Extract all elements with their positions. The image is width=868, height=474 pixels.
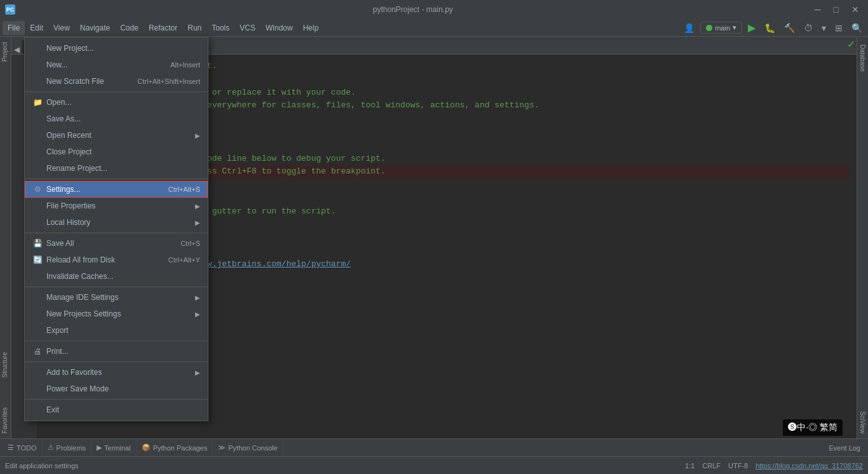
- menu-help[interactable]: Help: [298, 21, 324, 35]
- app-icon: PC: [5, 4, 15, 15]
- invalidate-icon: [32, 271, 43, 281]
- menu-settings[interactable]: ⚙ Settings... Ctrl+Alt+S: [25, 181, 208, 198]
- manage-arrow: ▶: [195, 294, 200, 301]
- menu-export[interactable]: Export: [25, 322, 208, 339]
- profile-button[interactable]: 👤: [681, 22, 698, 34]
- sciview-panel-label[interactable]: SciView: [858, 406, 867, 438]
- recent-icon: [32, 130, 43, 140]
- menu-close-project[interactable]: Close Project: [25, 144, 208, 160]
- sep-1: [25, 91, 208, 92]
- terminal-icon: ▶: [97, 444, 102, 452]
- status-bar-right: 1:1 CRLF UTF-8 https://blog.csdn.net/qq_…: [685, 462, 863, 470]
- menu-window[interactable]: Window: [261, 21, 298, 35]
- exit-icon: [32, 405, 43, 415]
- menu-open[interactable]: 📁 Open...: [25, 94, 208, 111]
- tab-terminal[interactable]: ▶ Terminal: [92, 439, 137, 456]
- close-project-icon: [32, 147, 43, 157]
- menu-refactor[interactable]: Refactor: [144, 21, 182, 35]
- menu-navigate[interactable]: Navigate: [75, 21, 115, 35]
- menu-invalidate[interactable]: Invalidate Caches...: [25, 268, 208, 285]
- menu-reload[interactable]: 🔄 Reload All from Disk Ctrl+Alt+Y: [25, 252, 208, 268]
- menu-power-save[interactable]: Power Save Mode: [25, 381, 208, 397]
- menu-print[interactable]: 🖨 Print...: [25, 343, 208, 360]
- coverage-button[interactable]: ⏱: [801, 22, 816, 34]
- menu-add-favorites[interactable]: Add to Favorites ▶: [25, 364, 208, 381]
- profiler-button[interactable]: ▾: [818, 22, 829, 34]
- todo-label: TODO: [17, 444, 37, 452]
- run-config-button[interactable]: main ▾: [700, 22, 742, 34]
- menu-rename-project[interactable]: Rename Project...: [25, 160, 208, 177]
- manage-icon: [32, 292, 43, 302]
- window-controls: ─ □ ✕: [811, 3, 863, 16]
- favorites-panel-label[interactable]: Favorites: [0, 402, 11, 438]
- tab-problems[interactable]: ⚠ Problems: [43, 439, 92, 456]
- status-left-text[interactable]: Edit application settings: [5, 462, 79, 470]
- save-all-icon: 💾: [32, 238, 43, 248]
- window-title: pythonProject - main.py: [373, 5, 453, 14]
- tab-todo[interactable]: ☰ TODO: [3, 439, 43, 456]
- search-button[interactable]: 🔍: [848, 22, 865, 34]
- new-icon: [32, 60, 43, 70]
- menu-new-project[interactable]: New Project...: [25, 40, 208, 57]
- cursor-position[interactable]: 1:1: [685, 462, 695, 470]
- left-panel: Project Structure Favorites: [0, 37, 11, 438]
- menu-tools[interactable]: Tools: [207, 21, 234, 35]
- menu-vcs[interactable]: VCS: [234, 21, 261, 35]
- python-packages-icon: 📦: [142, 444, 151, 452]
- minimize-button[interactable]: ─: [811, 3, 825, 16]
- menu-exit[interactable]: Exit: [25, 402, 208, 418]
- new-proj-settings-icon: [32, 309, 43, 319]
- run-button[interactable]: ▶: [745, 20, 759, 35]
- bottom-tab-bar: ☰ TODO ⚠ Problems ▶ Terminal 📦 Python Pa…: [0, 438, 868, 456]
- menu-view[interactable]: View: [48, 21, 75, 35]
- menu-run[interactable]: Run: [182, 21, 207, 35]
- status-url[interactable]: https://blog.csdn.net/qq_31708762: [756, 462, 863, 470]
- problems-icon: ⚠: [48, 444, 54, 452]
- close-button[interactable]: ✕: [848, 3, 863, 16]
- git-button[interactable]: ⊞: [832, 22, 846, 34]
- menu-code[interactable]: Code: [115, 21, 144, 35]
- sep-5: [25, 341, 208, 341]
- tab-python-console[interactable]: ≫ Python Console: [213, 439, 283, 456]
- menu-file[interactable]: File: [3, 21, 25, 35]
- database-panel-label[interactable]: Database: [858, 39, 867, 77]
- menu-file-properties[interactable]: File Properties ▶: [25, 198, 208, 214]
- structure-panel-label[interactable]: Structure: [0, 347, 11, 383]
- menu-new-projects-settings[interactable]: New Projects Settings ▶: [25, 306, 208, 322]
- dropdown-menu: New Project... New... Alt+Insert New Scr…: [24, 37, 208, 421]
- power-icon: [32, 384, 43, 394]
- tab-python-packages[interactable]: 📦 Python Packages: [137, 439, 214, 456]
- menu-save-all[interactable]: 💾 Save All Ctrl+S: [25, 235, 208, 252]
- history-icon: [32, 217, 43, 227]
- title-bar-left: PC: [5, 4, 15, 15]
- status-bar: Edit application settings 1:1 CRLF UTF-8…: [0, 456, 868, 474]
- run-config-label: main: [715, 24, 730, 32]
- menu-save-as[interactable]: Save As...: [25, 111, 208, 127]
- tab-nav-left[interactable]: ◀: [11, 45, 22, 54]
- run-dot: [706, 25, 712, 31]
- terminal-label: Terminal: [104, 444, 131, 452]
- sep-6: [25, 362, 208, 362]
- menu-new[interactable]: New... Alt+Insert: [25, 57, 208, 73]
- menu-manage-ide[interactable]: Manage IDE Settings ▶: [25, 289, 208, 306]
- maximize-button[interactable]: □: [830, 3, 843, 16]
- menu-edit[interactable]: Edit: [25, 21, 48, 35]
- todo-icon: ☰: [8, 444, 14, 452]
- debug-button[interactable]: 🐛: [761, 22, 778, 34]
- menu-new-scratch[interactable]: New Scratch File Ctrl+Alt+Shift+Insert: [25, 73, 208, 90]
- build-button[interactable]: 🔨: [781, 22, 798, 34]
- checkmark-icon: ✓: [847, 38, 855, 50]
- toolbar-right: 👤 main ▾ ▶ 🐛 🔨 ⏱ ▾ ⊞ 🔍: [681, 20, 865, 35]
- python-packages-label: Python Packages: [153, 444, 208, 452]
- rename-icon: [32, 163, 43, 173]
- event-log-button[interactable]: Event Log: [824, 444, 865, 452]
- menu-open-recent[interactable]: Open Recent ▶: [25, 127, 208, 144]
- project-panel-label[interactable]: Project: [0, 37, 11, 67]
- reload-icon: 🔄: [32, 255, 43, 265]
- python-console-icon: ≫: [218, 444, 226, 452]
- menu-local-history[interactable]: Local History ▶: [25, 214, 208, 231]
- line-ending[interactable]: CRLF: [702, 462, 721, 470]
- new-proj-settings-arrow: ▶: [195, 311, 200, 318]
- encoding[interactable]: UTF-8: [728, 462, 748, 470]
- sep-4: [25, 287, 208, 287]
